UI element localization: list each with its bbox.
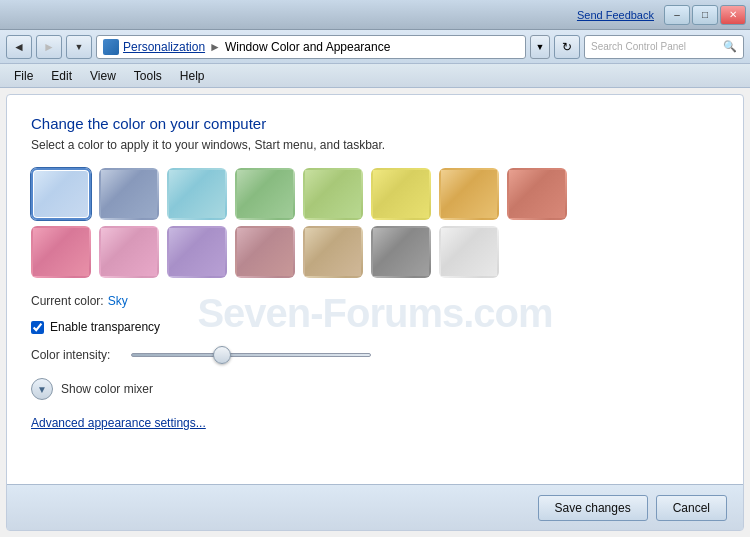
address-dropdown-button[interactable]: ▼	[530, 35, 550, 59]
current-color-value: Sky	[108, 294, 128, 308]
menu-help[interactable]: Help	[172, 67, 213, 85]
recent-pages-button[interactable]: ▼	[66, 35, 92, 59]
chevron-down-icon: ▼	[37, 384, 47, 395]
refresh-button[interactable]: ↻	[554, 35, 580, 59]
color-row-2	[31, 226, 719, 278]
breadcrumb-current: Window Color and Appearance	[225, 40, 390, 54]
control-panel-icon	[103, 39, 119, 55]
advanced-appearance-link[interactable]: Advanced appearance settings...	[31, 416, 206, 430]
swatch-lime[interactable]	[303, 168, 363, 220]
intensity-slider-thumb[interactable]	[213, 346, 231, 364]
breadcrumb-separator: ►	[209, 40, 221, 54]
forward-button[interactable]: ►	[36, 35, 62, 59]
color-swatches	[31, 168, 719, 278]
swatch-dusk[interactable]	[507, 168, 567, 220]
main-content: Seven-Forums.com Change the color on you…	[6, 94, 744, 531]
search-input-wrapper[interactable]: Search Control Panel 🔍	[584, 35, 744, 59]
breadcrumb-personalization[interactable]: Personalization	[123, 40, 205, 54]
maximize-button[interactable]: □	[692, 5, 718, 25]
title-bar: Send Feedback – □ ✕	[0, 0, 750, 30]
swatch-leaf[interactable]	[235, 168, 295, 220]
color-row-1	[31, 168, 719, 220]
page-subtitle: Select a color to apply it to your windo…	[31, 138, 719, 152]
menu-bar: File Edit View Tools Help	[0, 64, 750, 88]
bottom-bar: Save changes Cancel	[7, 484, 743, 530]
minimize-button[interactable]: –	[664, 5, 690, 25]
search-icon: 🔍	[723, 40, 737, 53]
page-title: Change the color on your computer	[31, 115, 719, 132]
menu-view[interactable]: View	[82, 67, 124, 85]
show-mixer-row: ▼ Show color mixer	[31, 378, 719, 400]
swatch-tan[interactable]	[303, 226, 363, 278]
transparency-label: Enable transparency	[50, 320, 160, 334]
address-bar: ◄ ► ▼ Personalization ► Window Color and…	[0, 30, 750, 64]
close-button[interactable]: ✕	[720, 5, 746, 25]
swatch-rose[interactable]	[235, 226, 295, 278]
swatch-citrus[interactable]	[371, 168, 431, 220]
search-placeholder: Search Control Panel	[591, 41, 719, 52]
menu-tools[interactable]: Tools	[126, 67, 170, 85]
intensity-slider-track[interactable]	[131, 353, 371, 357]
transparency-checkbox[interactable]	[31, 321, 44, 334]
back-button[interactable]: ◄	[6, 35, 32, 59]
intensity-label: Color intensity:	[31, 348, 121, 362]
swatch-gold[interactable]	[439, 168, 499, 220]
swatch-storm[interactable]	[371, 226, 431, 278]
breadcrumb-bar: Personalization ► Window Color and Appea…	[96, 35, 526, 59]
cancel-button[interactable]: Cancel	[656, 495, 727, 521]
swatch-frost[interactable]	[439, 226, 499, 278]
swatch-pink[interactable]	[31, 226, 91, 278]
show-mixer-label: Show color mixer	[61, 382, 153, 396]
swatch-sky[interactable]	[31, 168, 91, 220]
save-changes-button[interactable]: Save changes	[538, 495, 648, 521]
current-color-label: Current color:	[31, 294, 104, 308]
intensity-row: Color intensity:	[31, 348, 719, 362]
current-color-row: Current color: Sky	[31, 294, 719, 308]
swatch-seafoam[interactable]	[167, 168, 227, 220]
show-mixer-button[interactable]: ▼	[31, 378, 53, 400]
menu-file[interactable]: File	[6, 67, 41, 85]
swatch-violet[interactable]	[167, 226, 227, 278]
advanced-link-row: Advanced appearance settings...	[31, 416, 719, 430]
swatch-twilight[interactable]	[99, 168, 159, 220]
send-feedback-link[interactable]: Send Feedback	[577, 9, 654, 21]
transparency-row: Enable transparency	[31, 320, 719, 334]
menu-edit[interactable]: Edit	[43, 67, 80, 85]
swatch-blush[interactable]	[99, 226, 159, 278]
